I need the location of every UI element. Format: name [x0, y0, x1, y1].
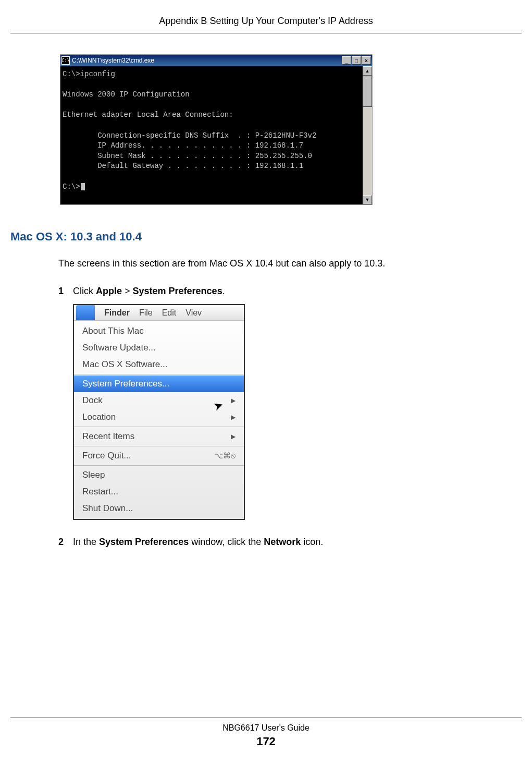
footer-guide-name: NBG6617 User's Guide — [0, 723, 532, 733]
footer-rule — [10, 718, 522, 718]
step-1: 1 Click Apple > System Preferences. — [58, 286, 522, 297]
menu-sleep[interactable]: Sleep — [74, 467, 244, 483]
maximize-button[interactable]: □ — [352, 56, 361, 65]
section-intro: The screens in this section are from Mac… — [58, 258, 522, 269]
menu-separator — [74, 465, 244, 466]
menubar-edit[interactable]: Edit — [162, 308, 177, 318]
page-header: Appendix B Setting Up Your Computer's IP… — [10, 16, 522, 30]
cmd-scrollbar[interactable]: ▲ ▼ — [363, 66, 372, 204]
mac-menubar: Finder File Edit Viev — [74, 305, 244, 321]
step-1-text: Click Apple > System Preferences. — [73, 286, 225, 297]
apple-dropdown: About This Mac Software Update... Mac OS… — [74, 321, 244, 519]
cmd-title-text: C:\WINNT\system32\cmd.exe — [72, 57, 342, 64]
step-2-text: In the System Preferences window, click … — [73, 537, 323, 548]
step-2: 2 In the System Preferences window, clic… — [58, 537, 522, 548]
scroll-up-button[interactable]: ▲ — [363, 66, 372, 76]
cmd-titlebar: C:\ C:\WINNT\system32\cmd.exe _ □ × — [60, 55, 372, 66]
header-rule — [10, 33, 522, 33]
menu-separator — [74, 427, 244, 427]
chevron-right-icon: ▶ — [231, 414, 236, 421]
cmd-window: C:\ C:\WINNT\system32\cmd.exe _ □ × C:\>… — [60, 54, 373, 205]
page-footer: NBG6617 User's Guide 172 — [0, 718, 532, 748]
step-number: 2 — [58, 537, 73, 548]
step-number: 1 — [58, 286, 73, 297]
menubar-file[interactable]: File — [139, 308, 153, 318]
menubar-finder[interactable]: Finder — [104, 308, 130, 318]
menu-about-this-mac[interactable]: About This Mac — [74, 323, 244, 339]
section-heading: Mac OS X: 10.3 and 10.4 — [10, 230, 522, 244]
menubar-view[interactable]: Viev — [185, 308, 202, 318]
menu-restart[interactable]: Restart... — [74, 483, 244, 500]
menu-software-update[interactable]: Software Update... — [74, 339, 244, 356]
apple-menu-button[interactable] — [76, 305, 95, 320]
chevron-right-icon: ▶ — [231, 397, 236, 404]
minimize-button[interactable]: _ — [342, 56, 351, 65]
menu-separator — [74, 446, 244, 446]
shortcut-label: ⌥⌘⎋ — [214, 451, 236, 460]
menu-system-preferences[interactable]: System Preferences... — [74, 375, 244, 392]
scroll-thumb[interactable] — [363, 76, 372, 107]
menu-mac-software[interactable]: Mac OS X Software... — [74, 356, 244, 373]
footer-page-number: 172 — [0, 735, 532, 748]
menu-shutdown[interactable]: Shut Down... — [74, 500, 244, 517]
scroll-track[interactable] — [363, 76, 372, 195]
cmd-cursor — [81, 183, 85, 190]
chevron-right-icon: ▶ — [231, 433, 236, 440]
close-button[interactable]: × — [362, 56, 371, 65]
cmd-output: C:\>ipconfig Windows 2000 IP Configurati… — [60, 66, 363, 204]
menu-separator — [74, 374, 244, 374]
menu-recent-items[interactable]: Recent Items▶ — [74, 428, 244, 445]
menu-force-quit[interactable]: Force Quit...⌥⌘⎋ — [74, 447, 244, 464]
scroll-down-button[interactable]: ▼ — [363, 195, 372, 204]
cmd-app-icon: C:\ — [61, 56, 70, 65]
